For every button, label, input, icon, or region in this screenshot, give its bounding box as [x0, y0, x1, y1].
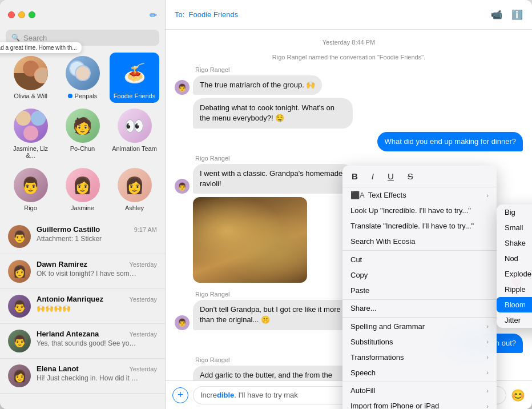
text-effects-submenu: Big Small Shake Nod Explode Ripple Bloom…	[497, 204, 532, 328]
speech-label: Speech	[350, 368, 376, 377]
menu-item-substitutions[interactable]: Substitutions ›	[342, 334, 497, 350]
submenu-item-small[interactable]: Small	[497, 220, 532, 235]
substitutions-arrow: ›	[486, 338, 489, 345]
msg-row-2: Debating what to cook tonight. What's on…	[193, 98, 523, 128]
menu-item-paste[interactable]: Paste	[342, 283, 497, 298]
menu-item-cut[interactable]: Cut	[342, 252, 497, 267]
contact-item-foodie[interactable]: 🍝 Foodie Friends	[110, 53, 159, 103]
conv-avatar-herland: 👨	[8, 330, 31, 352]
submenu-item-nod[interactable]: Nod	[497, 251, 532, 266]
contact-item-olivia[interactable]: We had a great time. Home with th... Oli…	[6, 53, 55, 103]
close-button[interactable]	[8, 11, 15, 18]
format-strikethrough-button[interactable]: S	[405, 170, 416, 182]
submenu-item-ripple[interactable]: Ripple	[497, 282, 532, 297]
conv-avatar-elena: 👩	[8, 364, 31, 387]
contact-avatar-foodie: 🍝	[118, 56, 152, 90]
conv-preview-herland: Yes, that sounds good! See you then.	[37, 339, 139, 347]
contact-item-animation[interactable]: 👀 Animation Team	[110, 105, 159, 162]
contact-label-animation: Animation Team	[112, 145, 157, 152]
submenu-item-shake[interactable]: Shake	[497, 235, 532, 251]
conv-item-guillermo[interactable]: 👨 Guillermo Castillo 9:17 AM Attachment:…	[0, 219, 165, 254]
fullscreen-button[interactable]	[29, 11, 35, 18]
spelling-label: Spelling and Grammar	[350, 322, 425, 331]
contact-item-pochun[interactable]: 🧑 Po-Chun	[58, 105, 107, 162]
contact-avatar-penpals	[66, 56, 100, 90]
context-menu: B I U S ⬛A Text Effects › Big Small Shak…	[342, 166, 497, 409]
menu-separator-1	[342, 250, 497, 251]
submenu-item-big[interactable]: Big	[497, 204, 532, 220]
contact-item-jasmine[interactable]: 👩 Jasmine	[58, 165, 107, 215]
conv-item-antonio[interactable]: 👨 Antonio Manriquez Yesterday 🙌🙌🙌🙌	[0, 289, 165, 324]
conv-content-elena: Elena Lanot Yesterday Hi! Just checking …	[37, 364, 157, 382]
system-time: Yesterday 8:44 PM	[175, 39, 523, 46]
autofill-arrow: ›	[486, 387, 489, 394]
transformations-label: Transformations	[350, 353, 404, 362]
tooltip-bubble: We had a great time. Home with th...	[0, 42, 82, 53]
msg-sender-rigo1: Rigo Rangel	[195, 66, 523, 73]
emoji-button[interactable]: 😊	[511, 388, 525, 402]
conv-content-dawn: Dawn Ramirez Yesterday OK to visit tonig…	[37, 260, 157, 278]
search-ecosia-label: Search With Ecosia	[350, 237, 415, 246]
menu-item-autofill[interactable]: AutoFill ›	[342, 383, 497, 398]
menu-separator-3	[342, 317, 497, 318]
info-icon[interactable]: ℹ️	[511, 9, 523, 20]
contact-label-jasmine: Jasmine	[71, 204, 94, 211]
format-italic-button[interactable]: I	[369, 170, 376, 182]
bubble-3: What did you end up making for dinner?	[377, 132, 523, 151]
input-text-prefix: Incre	[200, 391, 217, 399]
system-rename: Rigo Rangel named the conversation "Food…	[175, 54, 523, 61]
menu-item-share[interactable]: Share...	[342, 300, 497, 316]
contact-label-olivia: Olivia & Will	[14, 93, 47, 99]
submenu-item-explode[interactable]: Explode	[497, 266, 532, 282]
video-icon[interactable]: 📹	[491, 9, 502, 20]
conv-item-herland[interactable]: 👨 Herland Antezana Yesterday Yes, that s…	[0, 324, 165, 359]
msg-avatar-rigo2: 👨	[175, 179, 190, 194]
menu-item-speech[interactable]: Speech ›	[342, 365, 497, 380]
chat-titlebar: To: Foodie Friends 📹 ℹ️	[166, 0, 532, 30]
msg-image-inner	[193, 197, 307, 283]
menu-item-transformations[interactable]: Transformations ›	[342, 350, 497, 365]
import-arrow: ›	[486, 403, 489, 410]
menu-item-translate[interactable]: Translate "Incredible. I'll have to try.…	[342, 218, 497, 234]
speech-arrow: ›	[486, 369, 489, 376]
minimize-button[interactable]	[18, 11, 25, 18]
compose-button[interactable]: ✏	[150, 10, 157, 21]
app-window: ✏ 🔍 Search We had a great time. Home wit…	[0, 0, 532, 409]
conv-time-guillermo: 9:17 AM	[134, 226, 157, 233]
conv-avatar-guillermo: 👨	[8, 225, 31, 248]
menu-item-copy[interactable]: Copy	[342, 267, 497, 283]
bubble-6: Don't tell Grandpa, but I got cre like i…	[193, 300, 353, 330]
menu-item-lookup[interactable]: Look Up "Incredible. I'll have to try...…	[342, 203, 497, 218]
conv-content-guillermo: Guillermo Castillo 9:17 AM Attachment: 1…	[37, 225, 157, 243]
menu-item-spelling[interactable]: Spelling and Grammar ›	[342, 319, 497, 334]
format-underline-button[interactable]: U	[385, 170, 396, 182]
add-button[interactable]: +	[172, 387, 188, 403]
contact-avatar-olivia	[14, 56, 48, 90]
share-label: Share...	[350, 304, 377, 312]
search-icon: 🔍	[11, 34, 20, 42]
menu-item-text-effects[interactable]: ⬛A Text Effects › Big Small Shake Nod Ex…	[342, 187, 497, 203]
conv-time-antonio: Yesterday	[129, 296, 157, 303]
chat-to-name: Foodie Friends	[189, 10, 239, 19]
menu-item-search[interactable]: Search With Ecosia	[342, 234, 497, 249]
contact-avatar-ashley: 👩	[118, 168, 152, 202]
chat-to-label: To:	[175, 10, 184, 19]
conv-item-dawn[interactable]: 👩 Dawn Ramirez Yesterday OK to visit ton…	[0, 254, 165, 289]
msg-sender-rigo2: Rigo Rangel	[195, 155, 523, 162]
contact-item-ashley[interactable]: 👩 Ashley	[110, 165, 159, 215]
conv-item-elena[interactable]: 👩 Elena Lanot Yesterday Hi! Just checkin…	[0, 359, 165, 394]
conv-preview-guillermo: Attachment: 1 Sticker	[37, 235, 139, 243]
menu-item-import[interactable]: Import from iPhone or iPad ›	[342, 398, 497, 409]
bubble-4: I went with a classic. Grandpa's homemad…	[193, 164, 353, 194]
conv-preview-antonio: 🙌🙌🙌🙌	[37, 304, 139, 312]
contact-item-penpals[interactable]: Penpals	[58, 53, 107, 103]
submenu-item-jitter[interactable]: Jitter	[497, 312, 532, 328]
main-content: To: Foodie Friends 📹 ℹ️ Yesterday 8:44 P…	[166, 0, 532, 409]
contact-item-rigo[interactable]: 👨 Rigo	[6, 165, 55, 215]
format-bold-button[interactable]: B	[349, 170, 360, 182]
submenu-item-bloom[interactable]: Bloom	[497, 297, 532, 312]
text-effects-arrow: ›	[486, 192, 489, 199]
menu-separator-2	[342, 299, 497, 300]
contact-item-jasmine-liz[interactable]: Jasmine, Liz &...	[6, 105, 55, 162]
contact-label-rigo: Rigo	[24, 204, 37, 211]
